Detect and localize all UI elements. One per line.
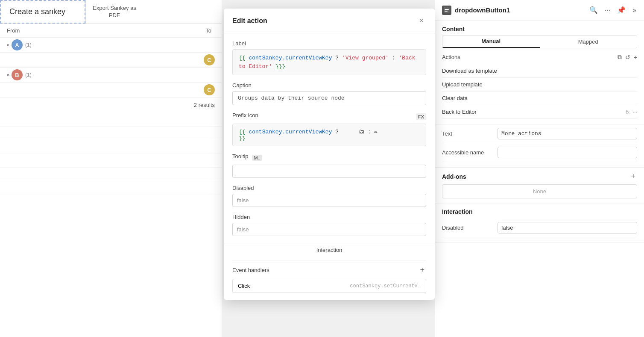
more-dots-icon[interactable]: ···	[633, 109, 637, 115]
add-event-button[interactable]: +	[418, 266, 426, 275]
action-item-back-editor[interactable]: Back to Editor fx ···	[442, 105, 637, 119]
addons-none-box: None	[442, 184, 637, 198]
caption-field-group: Caption	[232, 82, 426, 105]
hidden-input[interactable]	[232, 223, 426, 236]
add-action-button[interactable]: +	[634, 53, 637, 61]
caption-input[interactable]	[232, 91, 426, 105]
text-prop-row: Text	[442, 124, 637, 143]
search-button[interactable]: 🔍	[588, 5, 599, 15]
actions-label: Actions	[442, 54, 460, 60]
hidden-field-label: Hidden	[232, 214, 426, 220]
label-field-label: Label	[232, 40, 426, 47]
addons-header: Add-ons +	[442, 168, 637, 184]
right-panel-title: dropdownButton1	[455, 6, 510, 14]
actions-header: Actions ⧉ ↺ +	[442, 53, 637, 61]
sankey-title-button[interactable]: Create a sankey	[0, 0, 85, 24]
actions-icon-group: ⧉ ↺ +	[618, 53, 637, 61]
copy-action-button[interactable]: ⧉	[618, 53, 622, 61]
hidden-field-group: Hidden	[232, 214, 426, 236]
sub-to-c2: C	[135, 83, 222, 98]
action-item-clear[interactable]: Clear data	[442, 92, 637, 105]
count-a: (1)	[25, 42, 32, 48]
click-event-value: contSankey.setCurrentV…	[350, 283, 421, 289]
svg-rect-0	[444, 7, 450, 13]
disabled-field-label: Disabled	[232, 185, 426, 191]
more-options-button[interactable]: ···	[604, 6, 611, 15]
markdown-badge: M↓	[252, 155, 263, 161]
interaction-section: Interaction Disabled	[435, 204, 644, 243]
action-item-upload[interactable]: Upload template	[442, 78, 637, 92]
badge-c-1: C	[204, 54, 215, 65]
click-event-row[interactable]: Click contSankey.setCurrentV…	[232, 279, 426, 293]
to-cell-a	[135, 38, 222, 53]
event-handlers-section: Event handlers + Click contSankey.setCur…	[232, 260, 426, 293]
action-item-download[interactable]: Download as template	[442, 64, 637, 78]
action-item-back-icons: fx ···	[626, 109, 637, 115]
right-panel: dropdownButton1 🔍 ··· 📌 » Content Manual…	[435, 0, 644, 337]
chevron-a-icon[interactable]: ▾	[7, 43, 9, 47]
disabled-field-group: Disabled	[232, 185, 426, 207]
right-panel-header: dropdownButton1 🔍 ··· 📌 »	[435, 0, 644, 21]
empty-row-5	[0, 167, 222, 181]
svg-rect-1	[445, 9, 449, 10]
prefix-open: {{	[239, 129, 246, 135]
addons-title: Add-ons	[442, 173, 466, 180]
actions-section: Actions ⧉ ↺ + Download as template Uploa…	[435, 53, 644, 124]
results-count: 2 results	[0, 98, 222, 113]
label-code-block[interactable]: {{ contSankey.currentViewKey ? 'View gro…	[232, 49, 426, 75]
group-row-a: ▾ A (1)	[0, 38, 222, 53]
export-pdf-button[interactable]: Export Sankey asPDF	[85, 0, 143, 24]
action-item-clear-label: Clear data	[442, 95, 468, 101]
sub-from-a	[0, 53, 135, 68]
sub-to-c1: C	[135, 53, 222, 68]
prefix-ternary: ?	[335, 129, 355, 135]
sub-from-b	[0, 83, 135, 98]
pin-button[interactable]: 📌	[616, 5, 626, 15]
group-row-b: ▾ B (1)	[0, 68, 222, 83]
prefix-colon: :	[368, 129, 375, 135]
sub-row-a-c: C	[0, 53, 222, 68]
addons-section: Add-ons + None	[435, 168, 644, 204]
mode-toggle: Manual Mapped	[442, 35, 637, 48]
prefix-icon-code-block[interactable]: {{ contSankey.currentViewKey ? 🗂 : ✏ }}	[232, 124, 426, 146]
tooltip-input[interactable]	[232, 165, 426, 178]
empty-row-3	[0, 140, 222, 154]
chevron-b-icon[interactable]: ▾	[7, 73, 9, 77]
interaction-divider: Interaction	[224, 243, 435, 255]
empty-row-6	[0, 181, 222, 195]
tooltip-label: Tooltip	[232, 153, 249, 160]
label-code-ternary: ?	[335, 55, 342, 61]
label-field-group: Label {{ contSankey.currentViewKey ? 'Vi…	[232, 40, 426, 75]
tooltip-header-row: Tooltip M↓	[232, 153, 426, 162]
accessible-name-row: Accessible name	[442, 143, 637, 162]
modal-header: Edit action ×	[224, 9, 435, 33]
label-code-var: contSankey.currentViewKey	[249, 55, 332, 61]
label-code-true-val: 'View grouped'	[342, 55, 389, 61]
accessible-name-input[interactable]	[498, 147, 637, 158]
edit-action-modal: Edit action × Label {{ contSankey.curren…	[224, 9, 435, 300]
modal-body: Label {{ contSankey.currentViewKey ? 'Vi…	[224, 33, 435, 300]
sub-row-b-c: C	[0, 83, 222, 98]
disabled-input[interactable]	[232, 194, 426, 207]
expand-button[interactable]: »	[632, 6, 637, 15]
interaction-title: Interaction	[442, 204, 637, 219]
mapped-mode-button[interactable]: Mapped	[540, 35, 637, 48]
modal-close-button[interactable]: ×	[416, 15, 426, 26]
fx-badge: FX	[416, 113, 426, 120]
disabled-prop-input[interactable]	[498, 222, 637, 234]
svg-rect-2	[445, 11, 448, 12]
left-panel: Create a sankey Export Sankey asPDF From…	[0, 0, 222, 337]
text-prop-input[interactable]	[498, 128, 637, 139]
text-properties-section: Text Accessible name	[435, 124, 644, 168]
prefix-icon-stack: 🗂	[359, 129, 364, 135]
text-prop-label: Text	[442, 130, 498, 137]
add-addon-button[interactable]: +	[629, 172, 637, 181]
results-row: 2 results	[0, 98, 222, 113]
action-item-back-label: Back to Editor	[442, 109, 477, 115]
component-icon	[442, 6, 451, 15]
fx-icon[interactable]: fx	[626, 109, 629, 115]
manual-mode-button[interactable]: Manual	[442, 35, 540, 48]
reset-action-button[interactable]: ↺	[625, 53, 630, 61]
empty-row-1	[0, 112, 222, 126]
accessible-name-label: Accessible name	[442, 149, 498, 156]
